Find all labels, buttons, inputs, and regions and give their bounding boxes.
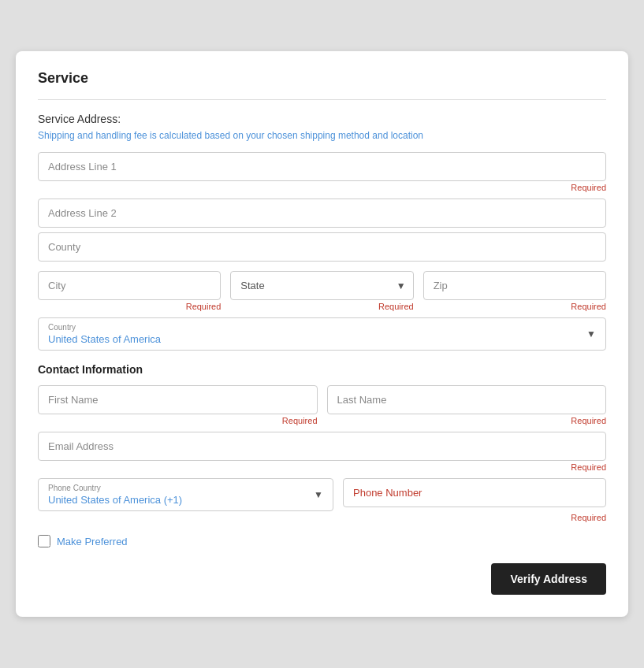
city-col: Required <box>38 271 221 317</box>
city-input[interactable] <box>38 271 221 300</box>
zip-col: Required <box>423 271 606 317</box>
zip-wrapper <box>423 271 606 300</box>
phone-number-col <box>343 478 606 511</box>
address-line1-group: Required <box>38 152 606 192</box>
last-name-col: Required <box>327 385 607 432</box>
address-line2-input[interactable] <box>38 199 606 228</box>
state-col: State ▼ Required <box>230 271 413 317</box>
zip-required: Required <box>423 302 606 311</box>
service-card: Service Service Address: Shipping and ha… <box>16 51 628 617</box>
address-line2-wrapper <box>38 199 606 228</box>
phone-country-chevron-icon: ▼ <box>314 489 323 500</box>
email-wrapper <box>38 432 606 461</box>
country-label: Country <box>48 323 596 332</box>
shipping-info-text: Shipping and handling fee is calculated … <box>38 130 606 141</box>
address-line1-wrapper <box>38 152 606 181</box>
email-required: Required <box>38 462 606 472</box>
first-name-required: Required <box>38 416 318 425</box>
first-name-col: Required <box>38 385 318 432</box>
make-preferred-checkbox[interactable] <box>38 535 50 547</box>
address-line1-required: Required <box>38 183 606 192</box>
phone-number-input[interactable] <box>343 478 606 507</box>
state-wrapper: State ▼ <box>230 271 413 300</box>
state-select[interactable]: State <box>230 271 413 300</box>
address-line1-input[interactable] <box>38 152 606 181</box>
phone-required: Required <box>38 513 606 522</box>
state-required: Required <box>230 302 413 311</box>
service-address-label: Service Address: <box>38 113 606 125</box>
bottom-row: Verify Address <box>38 563 606 595</box>
city-required: Required <box>38 302 221 311</box>
first-name-input[interactable] <box>38 385 318 414</box>
address-line2-group <box>38 199 606 228</box>
last-name-input[interactable] <box>327 385 607 414</box>
city-state-zip-row: Required State ▼ Required Required <box>38 271 606 317</box>
phone-country-col: Phone Country United States of America (… <box>38 478 333 511</box>
divider <box>38 99 606 100</box>
email-group: Required <box>38 432 606 472</box>
contact-section-label: Contact Information <box>38 363 606 376</box>
name-row: Required Required <box>38 385 606 432</box>
phone-row: Phone Country United States of America (… <box>38 478 606 511</box>
country-value: United States of America <box>48 333 596 345</box>
country-field[interactable]: Country United States of America ▼ <box>38 317 606 351</box>
last-name-required: Required <box>327 416 607 425</box>
phone-country-field[interactable]: Phone Country United States of America (… <box>38 478 333 511</box>
phone-country-label: Phone Country <box>48 484 323 492</box>
first-name-wrapper <box>38 385 318 414</box>
county-group <box>38 232 606 262</box>
last-name-wrapper <box>327 385 607 414</box>
country-chevron-icon: ▼ <box>586 328 596 340</box>
make-preferred-label: Make Preferred <box>57 536 128 547</box>
email-input[interactable] <box>38 432 606 461</box>
verify-address-button[interactable]: Verify Address <box>491 563 606 595</box>
page-title: Service <box>38 70 606 87</box>
phone-country-value: United States of America (+1) <box>48 494 323 506</box>
make-preferred-row: Make Preferred <box>38 535 606 547</box>
county-wrapper <box>38 232 606 262</box>
zip-input[interactable] <box>423 271 606 300</box>
county-input[interactable] <box>38 232 606 262</box>
city-wrapper <box>38 271 221 300</box>
